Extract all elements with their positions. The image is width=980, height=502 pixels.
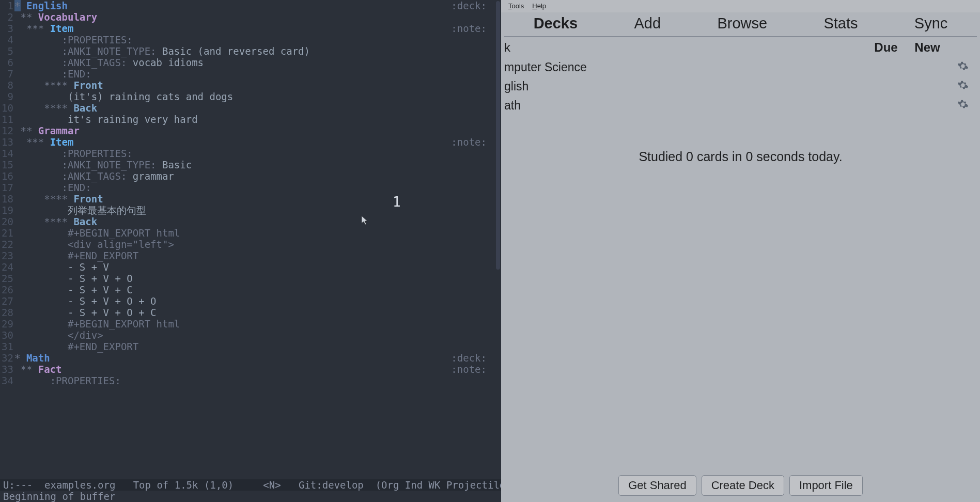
code-line[interactable]: *** Item:note: [14, 136, 498, 148]
org-tag: :note: [451, 364, 498, 375]
code-line[interactable]: ** Grammar [14, 125, 498, 136]
code-area[interactable]: * English:deck: ** Vocabulary *** Item:n… [14, 0, 498, 386]
code-line[interactable]: *** Item:note: [14, 23, 498, 34]
import-file-button[interactable]: Import File [789, 475, 863, 496]
col-new: New [907, 42, 948, 53]
code-line[interactable]: </div> [14, 330, 498, 341]
gear-icon[interactable] [948, 99, 969, 112]
code-line[interactable]: ** Vocabulary [14, 11, 498, 23]
code-line[interactable]: #+BEGIN_EXPORT html [14, 227, 498, 239]
tab-add[interactable]: Add [634, 18, 661, 29]
org-tag: :deck: [451, 0, 498, 11]
code-line[interactable]: - S + V + C [14, 284, 498, 295]
code-line[interactable]: - S + V [14, 261, 498, 273]
minibuffer: Beginning of buffer [0, 491, 501, 502]
tab-decks[interactable]: Decks [534, 18, 578, 29]
deck-name[interactable]: mputer Science [504, 61, 865, 73]
anki-pane: Tools Help Decks Add Browse Stats Sync k… [501, 0, 980, 502]
deck-name[interactable]: glish [504, 81, 865, 92]
code-line[interactable]: :ANKI_NOTE_TYPE: Basic [14, 159, 498, 170]
deck-list-header: k Due New [501, 37, 980, 57]
code-line[interactable]: ** Fact:note: [14, 364, 498, 375]
code-line[interactable]: :ANKI_NOTE_TYPE: Basic (and reversed car… [14, 45, 498, 57]
code-line[interactable]: #+END_EXPORT [14, 250, 498, 261]
code-line[interactable]: **** Back [14, 102, 498, 114]
gear-icon[interactable] [948, 60, 969, 73]
editor-scrollbar[interactable] [495, 0, 501, 479]
code-line[interactable]: (it's) raining cats and dogs [14, 91, 498, 102]
tab-sync[interactable]: Sync [914, 18, 947, 29]
menu-help[interactable]: Help [532, 1, 546, 12]
code-line[interactable]: * English:deck: [14, 0, 498, 11]
org-tag: :note: [451, 23, 498, 34]
code-line[interactable]: :PROPERTIES: [14, 34, 498, 45]
code-line[interactable]: :END: [14, 68, 498, 80]
code-line[interactable]: <div align="left"> [14, 239, 498, 250]
code-line[interactable]: 列举最基本的句型 [14, 205, 498, 216]
code-line[interactable]: - S + V + O + C [14, 307, 498, 318]
code-line[interactable]: - S + V + O [14, 273, 498, 284]
col-deck: k [504, 42, 865, 53]
code-line[interactable]: **** Back [14, 216, 498, 227]
deck-name[interactable]: ath [504, 100, 865, 111]
line-gutter: 1234567891011121314151617181920212223242… [0, 0, 14, 502]
deck-row: mputer Science [501, 57, 980, 76]
code-line[interactable]: #+END_EXPORT [14, 341, 498, 352]
code-line[interactable]: :PROPERTIES: [14, 148, 498, 159]
org-tag: :note: [451, 136, 498, 148]
code-line[interactable]: **** Front [14, 80, 498, 91]
code-line[interactable]: :PROPERTIES: [14, 375, 498, 386]
code-line[interactable]: :ANKI_TAGS: vocab idioms [14, 57, 498, 68]
code-line[interactable]: **** Front [14, 193, 498, 205]
code-line[interactable]: :END: [14, 182, 498, 193]
scrollbar-thumb[interactable] [496, 1, 500, 270]
code-line[interactable]: - S + V + O + O [14, 295, 498, 307]
gear-icon[interactable] [948, 80, 969, 92]
deck-row: ath [501, 96, 980, 115]
get-shared-button[interactable]: Get Shared [618, 475, 696, 496]
anki-tabs: Decks Add Browse Stats Sync [501, 12, 980, 36]
study-status: Studied 0 cards in 0 seconds today. [501, 151, 980, 162]
code-line[interactable]: :ANKI_TAGS: grammar [14, 170, 498, 182]
tab-stats[interactable]: Stats [823, 18, 858, 29]
deck-row: glish [501, 76, 980, 96]
deck-list: mputer Scienceglishath [501, 57, 980, 115]
code-line[interactable]: * Math:deck: [14, 352, 498, 364]
code-line[interactable]: it's raining very hard [14, 114, 498, 125]
editor-pane[interactable]: 1234567891011121314151617181920212223242… [0, 0, 501, 502]
anki-bottom-bar: Get Shared Create Deck Import File [501, 475, 980, 496]
menu-tools[interactable]: Tools [508, 1, 524, 12]
create-deck-button[interactable]: Create Deck [702, 475, 784, 496]
col-due: Due [865, 42, 907, 53]
modeline: U:--- examples.org Top of 1.5k (1,0) <N>… [0, 479, 501, 491]
anki-menubar: Tools Help [501, 0, 980, 12]
code-line[interactable]: #+BEGIN_EXPORT html [14, 318, 498, 330]
tab-browse[interactable]: Browse [717, 18, 767, 29]
org-tag: :deck: [451, 352, 498, 364]
which-key-hint: 1 [393, 196, 401, 208]
